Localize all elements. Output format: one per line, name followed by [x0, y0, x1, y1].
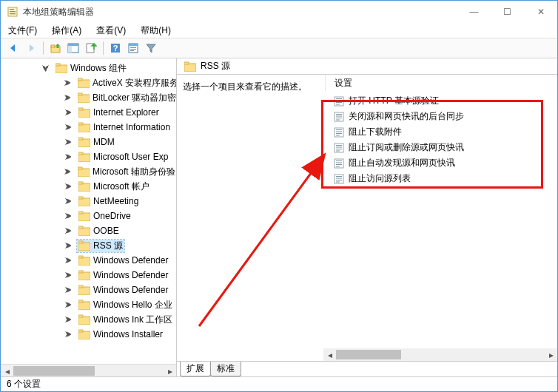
expand-icon[interactable]: ⮞	[64, 257, 73, 265]
expand-icon[interactable]: ⮞	[64, 316, 73, 324]
tree-item[interactable]: ⮞Windows Defender	[1, 253, 176, 268]
show-hide-tree-button[interactable]	[65, 40, 81, 56]
menu-action[interactable]: 操作(A)	[49, 24, 84, 38]
svg-rect-50	[78, 300, 83, 303]
expand-icon[interactable]: ⮞	[64, 271, 73, 280]
tree-parent-windows-components[interactable]: ⮟Windows 组件	[1, 61, 176, 75]
tree-item[interactable]: ⮞Internet Information	[1, 120, 176, 135]
tree-view[interactable]: ⮟Windows 组件⮞ActiveX 安装程序服务⮞BitLocker 驱动器…	[1, 58, 176, 364]
expand-icon[interactable]: ⮞	[64, 168, 72, 176]
window-title: 本地组策略编辑器	[23, 6, 457, 18]
expand-icon[interactable]: ⮞	[64, 286, 73, 294]
hscroll-thumb[interactable]	[336, 350, 401, 359]
collapse-icon[interactable]: ⮟	[41, 64, 50, 72]
svg-rect-47	[78, 287, 90, 295]
setting-item[interactable]: 阻止订阅或删除源或网页快讯	[334, 140, 557, 155]
svg-rect-37	[78, 213, 90, 221]
svg-rect-65	[336, 118, 342, 118]
tree-hscrollbar[interactable]: ◂ ▸	[1, 364, 176, 376]
expand-icon[interactable]: ⮞	[64, 227, 73, 235]
expand-icon[interactable]: ⮞	[64, 153, 73, 161]
tree-item[interactable]: ⮞ActiveX 安装程序服务	[1, 75, 176, 90]
svg-rect-27	[78, 139, 90, 147]
svg-rect-14	[130, 47, 136, 48]
tree-item[interactable]: ⮞Windows Installer	[1, 327, 176, 342]
expand-icon[interactable]: ⮞	[64, 301, 73, 309]
minimize-button[interactable]: —	[457, 1, 491, 23]
export-button[interactable]	[83, 40, 99, 56]
svg-rect-61	[336, 104, 340, 104]
tree-item[interactable]: ⮞Microsoft User Exp	[1, 149, 176, 164]
hscroll-thumb[interactable]	[13, 366, 95, 376]
svg-rect-83	[336, 176, 342, 177]
svg-rect-29	[78, 154, 90, 162]
tree-item[interactable]: ⮞Windows Hello 企业	[1, 297, 176, 312]
detail-hscrollbar[interactable]: ◂ ▸	[323, 348, 557, 361]
expand-icon[interactable]: ⮞	[64, 124, 73, 132]
svg-rect-44	[78, 256, 83, 258]
settings-column-header[interactable]: 设置	[325, 75, 557, 91]
setting-item[interactable]: 关闭源和网页快讯的后台同步	[334, 109, 557, 124]
tree-item[interactable]: ⮞MDM	[1, 135, 176, 149]
menu-help[interactable]: 帮助(H)	[138, 24, 174, 38]
svg-rect-45	[78, 272, 90, 280]
svg-rect-20	[78, 78, 82, 81]
svg-rect-3	[10, 13, 16, 14]
filter-button[interactable]	[143, 40, 159, 56]
menu-file[interactable]: 文件(F)	[5, 24, 40, 38]
app-icon	[7, 6, 19, 18]
expand-icon[interactable]: ⮞	[64, 94, 72, 102]
tree-item[interactable]: ⮞NetMeeting	[1, 194, 176, 209]
expand-icon[interactable]: ⮞	[64, 242, 73, 250]
svg-rect-52	[78, 315, 83, 317]
tree-item[interactable]: ⮞RSS 源	[1, 238, 176, 253]
tree-item[interactable]: ⮞Internet Explorer	[1, 105, 176, 120]
scroll-right-button[interactable]: ▸	[164, 365, 176, 377]
maximize-button[interactable]: ☐	[491, 1, 524, 23]
setting-item[interactable]: 阻止访问源列表	[334, 171, 557, 186]
menu-bar: 文件(F) 操作(A) 查看(V) 帮助(H)	[1, 23, 557, 38]
expand-icon[interactable]: ⮞	[64, 138, 73, 146]
properties-button[interactable]	[125, 40, 141, 56]
settings-list[interactable]: 打开 HTTP 基本源验证关闭源和网页快讯的后台同步阻止下载附件阻止订阅或删除源…	[325, 91, 557, 186]
setting-item[interactable]: 阻止下载附件	[334, 124, 557, 140]
svg-rect-38	[78, 212, 83, 214]
tree-item[interactable]: ⮞Windows Defender	[1, 283, 176, 297]
scroll-left-button[interactable]: ◂	[1, 365, 13, 377]
tree-item[interactable]: ⮞Windows Ink 工作区	[1, 312, 176, 327]
forward-button[interactable]	[23, 40, 39, 56]
tab-standard[interactable]: 标准	[210, 361, 241, 376]
svg-rect-64	[336, 115, 342, 116]
back-button[interactable]	[5, 40, 21, 56]
scroll-left-button[interactable]: ◂	[323, 348, 336, 361]
tree-item[interactable]: ⮞Windows Defender	[1, 268, 176, 283]
scroll-right-button[interactable]: ▸	[545, 348, 557, 361]
up-button[interactable]	[47, 40, 64, 56]
tree-item[interactable]: ⮞Microsoft 辅助身份验	[1, 164, 176, 179]
svg-rect-84	[336, 178, 342, 178]
svg-rect-42	[78, 241, 83, 243]
menu-view[interactable]: 查看(V)	[93, 24, 129, 38]
svg-rect-36	[78, 197, 83, 199]
expand-icon[interactable]: ⮞	[64, 331, 73, 339]
svg-rect-60	[336, 102, 342, 103]
tab-extended[interactable]: 扩展	[180, 361, 211, 376]
setting-item[interactable]: 打开 HTTP 基本源验证	[334, 93, 557, 109]
svg-rect-15	[130, 49, 136, 50]
expand-icon[interactable]: ⮞	[64, 109, 73, 117]
svg-rect-32	[78, 167, 82, 169]
help-button[interactable]: ?	[107, 40, 124, 56]
expand-icon[interactable]: ⮞	[64, 197, 73, 206]
tree-item[interactable]: ⮞OOBE	[1, 223, 176, 238]
tree-item[interactable]: ⮞BitLocker 驱动器加密	[1, 90, 176, 105]
app-window: 本地组策略编辑器 — ☐ ✕ 文件(F) 操作(A) 查看(V) 帮助(H) ?…	[0, 0, 558, 392]
tree-item[interactable]: ⮞OneDrive	[1, 209, 176, 223]
svg-rect-81	[336, 166, 340, 166]
expand-icon[interactable]: ⮞	[64, 79, 72, 87]
setting-item[interactable]: 阻止自动发现源和网页快讯	[334, 155, 557, 171]
expand-icon[interactable]: ⮞	[64, 212, 73, 220]
close-button[interactable]: ✕	[524, 1, 557, 23]
expand-icon[interactable]: ⮞	[64, 183, 73, 191]
status-text: 6 个设置	[7, 378, 41, 391]
tree-item[interactable]: ⮞Microsoft 帐户	[1, 179, 176, 194]
